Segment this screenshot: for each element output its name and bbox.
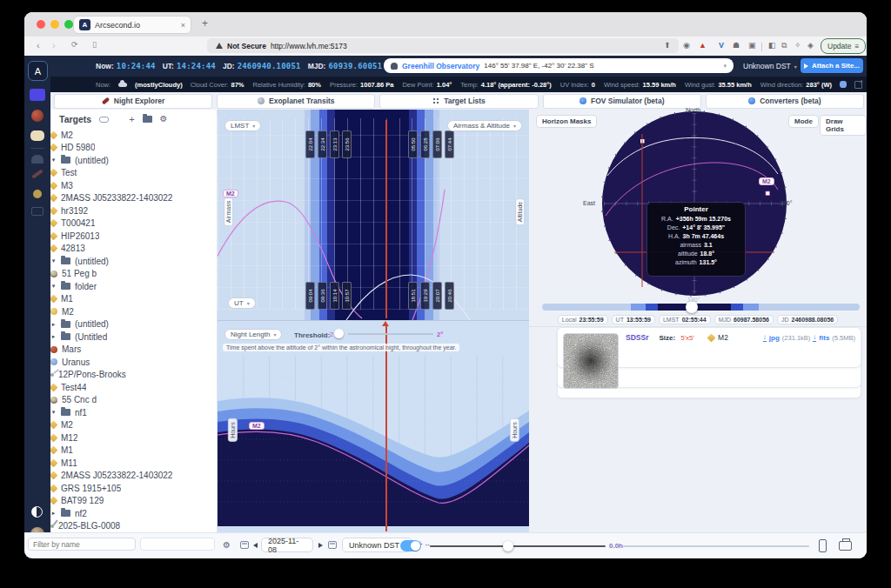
- target-row[interactable]: BAT99 129: [50, 495, 217, 508]
- close-window-button[interactable]: [37, 20, 45, 29]
- target-row[interactable]: 2MASS J05233822-1403022: [50, 470, 217, 483]
- download-fits-link[interactable]: fits: [819, 334, 829, 342]
- update-button[interactable]: Update ≡: [821, 38, 866, 54]
- arcsecond-logo[interactable]: A: [28, 61, 48, 81]
- caret-icon[interactable]: ▾: [50, 283, 57, 290]
- download-icon[interactable]: [813, 334, 816, 342]
- target-row[interactable]: M11: [50, 457, 217, 470]
- previous-day-button[interactable]: [253, 543, 258, 548]
- dst-select[interactable]: Unknown DST ▾: [743, 62, 797, 70]
- threshold-slider-track[interactable]: [348, 333, 433, 335]
- new-tab-button[interactable]: +: [202, 17, 208, 30]
- caret-icon[interactable]: ▾: [50, 409, 57, 416]
- extensions-icon[interactable]: ✧: [794, 41, 801, 50]
- module-tab[interactable]: FOV Simulator (beta): [543, 94, 701, 109]
- browser-tab[interactable]: A Arcsecond.io ×: [73, 16, 191, 34]
- print-icon[interactable]: [839, 541, 852, 551]
- top-scale-select[interactable]: LMST: [224, 120, 261, 131]
- observatory-dome-icon[interactable]: [31, 155, 44, 164]
- time-offset-knob[interactable]: [503, 541, 513, 551]
- red-planet-icon[interactable]: [31, 110, 44, 122]
- bookmarks-icon[interactable]: ▯: [92, 40, 97, 49]
- target-row[interactable]: Test: [50, 167, 217, 180]
- survey-badge[interactable]: SDSSr: [626, 333, 648, 342]
- target-row[interactable]: M2: [50, 305, 217, 318]
- target-row[interactable]: 51 Peg b: [50, 268, 217, 281]
- add-target-button[interactable]: +: [129, 114, 134, 124]
- share-icon[interactable]: ⬆: [664, 41, 671, 50]
- moon-icon[interactable]: [33, 190, 42, 198]
- finding-chart-thumbnail[interactable]: [563, 333, 619, 389]
- filter-type-icons[interactable]: [140, 538, 215, 551]
- gear-icon[interactable]: ⚙: [223, 540, 231, 550]
- module-tab[interactable]: Night Explorer: [54, 94, 212, 109]
- shield-icon[interactable]: ◉: [683, 41, 690, 50]
- mobile-view-icon[interactable]: [819, 539, 827, 552]
- caret-icon[interactable]: ▸: [50, 321, 57, 328]
- target-row[interactable]: ▸ (Untitled: [50, 331, 217, 344]
- filter-input[interactable]: [28, 538, 136, 551]
- sidebar-panel-icon[interactable]: ◧: [768, 41, 776, 50]
- tab-overview-icon[interactable]: ⧉: [781, 41, 787, 50]
- caret-icon[interactable]: ▸: [50, 510, 57, 517]
- calendar-icon[interactable]: [240, 541, 249, 549]
- gear-icon[interactable]: ⚙: [160, 115, 168, 124]
- target-row[interactable]: ▾ (untitled): [50, 255, 217, 268]
- time-of-night-slider[interactable]: [542, 304, 860, 311]
- adblock-icon[interactable]: ▲: [699, 41, 707, 50]
- target-row[interactable]: M2: [50, 419, 217, 432]
- target-row[interactable]: ▾ folder: [50, 280, 217, 293]
- extension-icon[interactable]: ☗: [733, 41, 740, 50]
- close-tab-icon[interactable]: ×: [181, 21, 185, 30]
- finding-chart-card[interactable]: SDSSr Size: 5'x5' M2 jpg: [557, 327, 861, 368]
- date-field[interactable]: 2025-11-08: [261, 538, 313, 552]
- night-length-chart[interactable]: Night Length Threshold: 2 2° Time spent …: [218, 320, 529, 533]
- target-row[interactable]: 42813: [50, 243, 217, 256]
- target-row[interactable]: ▾ (untitled): [50, 154, 217, 167]
- time-slider-knob[interactable]: [686, 301, 698, 313]
- mode-button[interactable]: Mode: [788, 115, 819, 128]
- forward-icon[interactable]: ›: [52, 40, 56, 50]
- notebook-icon[interactable]: [31, 207, 44, 216]
- module-tab[interactable]: Converters (beta): [706, 94, 864, 109]
- target-row[interactable]: HD 5980: [50, 142, 217, 155]
- observatory-select[interactable]: Greenhill Observatory 146° 55' 37.98" E,…: [384, 58, 734, 73]
- target-row[interactable]: hr3192: [50, 204, 217, 217]
- target-row[interactable]: M12: [50, 431, 217, 444]
- realtime-toggle[interactable]: [400, 540, 421, 551]
- address-field[interactable]: Not Secure http://www.lvh.me:5173: [207, 38, 679, 53]
- target-row[interactable]: M3: [50, 179, 217, 192]
- theme-toggle-icon[interactable]: [31, 506, 43, 518]
- link-icon[interactable]: [99, 117, 109, 123]
- time-offset-slider[interactable]: [430, 545, 606, 547]
- target-row[interactable]: T000421: [50, 217, 217, 231]
- calendar-icon[interactable]: [328, 541, 337, 549]
- extension-v-icon[interactable]: V: [719, 41, 724, 50]
- next-day-button[interactable]: [318, 543, 323, 548]
- back-icon[interactable]: ‹: [37, 40, 40, 50]
- download-jpg-link[interactable]: jpg: [769, 334, 780, 342]
- target-row[interactable]: M2: [50, 129, 217, 142]
- target-marker[interactable]: [766, 191, 770, 196]
- target-row[interactable]: Test44: [50, 381, 217, 394]
- target-row[interactable]: ▸ nf2: [50, 507, 217, 520]
- telescope-icon[interactable]: [31, 169, 44, 178]
- night-chart-mode-select[interactable]: Night Length: [224, 329, 282, 340]
- saturn-icon[interactable]: [30, 130, 44, 141]
- target-row[interactable]: 55 Cnc d: [50, 394, 217, 407]
- download-icon[interactable]: [763, 334, 767, 342]
- threshold-slider-knob[interactable]: [334, 329, 344, 338]
- target-row[interactable]: M1: [50, 444, 217, 458]
- target-row[interactable]: ▸ (untitled): [50, 318, 217, 331]
- target-row[interactable]: 2025-BLG-0008: [50, 520, 217, 533]
- current-time-line[interactable]: [385, 120, 387, 318]
- target-row[interactable]: 12P/Pons-Brooks: [50, 369, 217, 382]
- caret-icon[interactable]: ▸: [50, 333, 57, 340]
- attach-site-button[interactable]: Attach a Site...: [801, 58, 863, 73]
- activity-icon[interactable]: [30, 89, 45, 101]
- extension-a-icon[interactable]: ▣: [748, 41, 756, 50]
- bottom-scale-select[interactable]: UT: [228, 297, 256, 309]
- target-row[interactable]: ▾ nf1: [50, 406, 217, 419]
- zoom-window-button[interactable]: [64, 20, 73, 29]
- module-tab[interactable]: Target Lists: [379, 94, 538, 109]
